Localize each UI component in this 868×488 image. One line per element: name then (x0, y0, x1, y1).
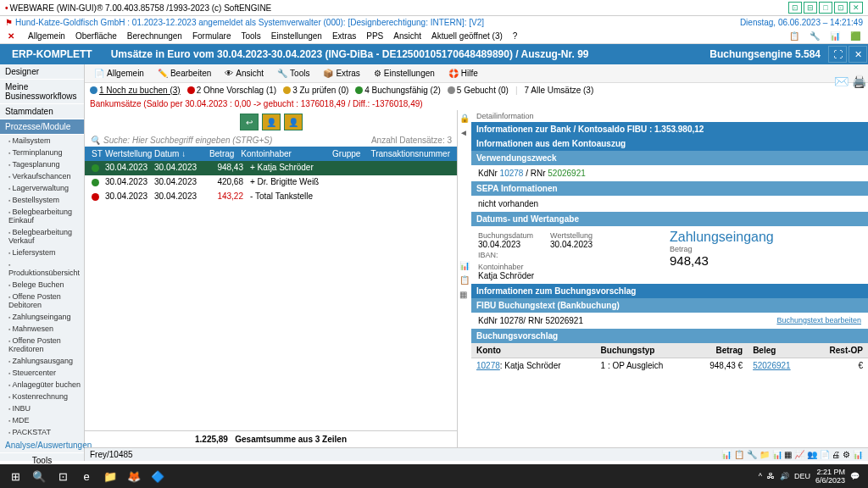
tb-extras[interactable]: 📦Extras (317, 66, 365, 80)
explorer-icon[interactable]: 📁 (98, 464, 122, 488)
search-input[interactable]: Suche: Hier Suchbegriff eingeben (STRG+S… (103, 136, 272, 145)
sidebar-item-10[interactable]: Belege Buchen (0, 279, 84, 291)
sidebar-item-20[interactable]: MDE (0, 414, 84, 426)
tray-lang[interactable]: DEU (794, 472, 810, 480)
menu-icon-3[interactable]: 📊 (826, 30, 844, 42)
sug-beleg-link[interactable]: 52026921 (753, 361, 791, 370)
tray-net-icon[interactable]: 🖧 (767, 472, 775, 480)
taskview-icon[interactable]: ⊡ (51, 464, 75, 488)
menu-tools[interactable]: Tools (236, 30, 264, 42)
sidebar-item-0[interactable]: Mailsystem (0, 135, 84, 147)
col-datum[interactable]: Datum ↓ (151, 148, 196, 159)
action-btn-3[interactable]: 👤 (284, 114, 303, 130)
sidebar-item-9[interactable]: Produktionsübersicht (0, 258, 84, 279)
filter-5[interactable]: 5 Gebucht (0) (448, 86, 509, 95)
menu-extras[interactable]: Extras (328, 30, 360, 42)
filter-1[interactable]: 1 Noch zu buchen (3) (90, 86, 181, 95)
filter-7[interactable]: 7 Alle Umsätze (3) (525, 86, 594, 95)
menu-ansicht[interactable]: Ansicht (389, 30, 426, 42)
app-icon[interactable]: 🔷 (146, 464, 170, 488)
firefox-icon[interactable]: 🦊 (122, 464, 146, 488)
sidebar-item-16[interactable]: Steuercenter (0, 367, 84, 379)
sidebar-item-12[interactable]: Zahlungseingang (0, 311, 84, 323)
win-btn-1[interactable]: ⊡ (788, 2, 802, 14)
win-btn-4[interactable]: ⊡ (834, 2, 848, 14)
filter-3[interactable]: 3 Zu prüfen (0) (283, 86, 348, 95)
edge-icon[interactable]: e (75, 464, 98, 488)
start-button[interactable]: ⊞ (3, 464, 27, 488)
col-st[interactable]: ST (88, 148, 102, 159)
side-icon-lock[interactable]: 🔒 (459, 114, 470, 123)
col-betrag[interactable]: Betrag (196, 148, 238, 159)
action-btn-2[interactable]: 👤 (262, 114, 281, 130)
sidebar-item-3[interactable]: Verkaufschancen (0, 170, 84, 182)
sidebar-item-4[interactable]: Lagerverwaltung (0, 182, 84, 194)
sidebar-item-19[interactable]: INBU (0, 402, 84, 414)
side-icon-a[interactable]: 📊 (459, 261, 470, 270)
col-gruppe[interactable]: Gruppe (329, 148, 367, 159)
grid-row-1[interactable]: 30.04.202330.04.2023420,68+ Dr. Brigitte… (85, 175, 457, 190)
sidebar-item-8[interactable]: Liefersystem (0, 247, 84, 258)
sidebar-item-17[interactable]: Anlagegüter buchen (0, 379, 84, 391)
print-icon[interactable]: 🖨️ (852, 75, 866, 88)
tray-up-icon[interactable]: ^ (759, 472, 762, 480)
filter-2[interactable]: 2 Ohne Vorschlag (1) (187, 86, 277, 95)
win-btn-3[interactable]: □ (819, 2, 832, 14)
sidebar-stammdaten[interactable]: Stammdaten (0, 104, 84, 119)
win-btn-2[interactable]: ⊟ (804, 2, 817, 14)
expand-button[interactable]: ⛶ (828, 46, 847, 63)
col-inhaber[interactable]: Kontoinhaber (237, 148, 329, 159)
sidebar-item-2[interactable]: Tagesplanung (0, 158, 84, 170)
sidebar-item-21[interactable]: PACKSTAT (0, 426, 84, 438)
sug-konto-link[interactable]: 10278 (476, 361, 500, 370)
grid-row-2[interactable]: 30.04.202330.04.2023143,22- Total Tankst… (85, 190, 457, 204)
filter-4[interactable]: 4 Buchungsfähig (2) (355, 86, 441, 95)
tb-allgemein[interactable]: 📄Allgemein (88, 66, 150, 80)
side-icon-arrow[interactable]: ◄ (459, 128, 470, 137)
tray-vol-icon[interactable]: 🔊 (780, 472, 789, 480)
sidebar-item-5[interactable]: Bestellsystem (0, 194, 84, 206)
sidebar-workflows[interactable]: Meine Businessworkflows (0, 80, 84, 104)
menu-berechnungen[interactable]: Berechnungen (123, 30, 186, 42)
detail-tab[interactable]: Detailinformation (471, 110, 868, 122)
tray-notif-icon[interactable]: 💬 (850, 472, 860, 480)
tb-tools[interactable]: 🔧Tools (271, 66, 315, 80)
sidebar-item-7[interactable]: Belegbearbeitung Verkauf (0, 226, 84, 247)
tb-hilfe[interactable]: 🛟Hilfe (442, 66, 484, 80)
sidebar-item-11[interactable]: Offene Posten Debitoren (0, 291, 84, 311)
sidebar-item-1[interactable]: Terminplanung (0, 147, 84, 158)
menu-formulare[interactable]: Formulare (188, 30, 236, 42)
menu-close-icon[interactable]: ✕ (3, 30, 19, 42)
menu-aktuell[interactable]: Aktuell geöffnet (3) (427, 30, 507, 42)
col-trans[interactable]: Transaktionsnummer (367, 148, 453, 159)
edit-buchungstext-link[interactable]: Buchungstext bearbeiten (776, 316, 861, 324)
menu-icon-1[interactable]: 📋 (785, 30, 804, 42)
sidebar-item-18[interactable]: Kostenrechnung (0, 391, 84, 402)
menu-icon-2[interactable]: 🔧 (805, 30, 824, 42)
search-taskbar-icon[interactable]: 🔍 (27, 464, 51, 488)
menu-oberflaeche[interactable]: Oberfläche (71, 30, 121, 42)
menu-help[interactable]: ? (509, 30, 522, 42)
sidebar-item-14[interactable]: Offene Posten Kreditoren (0, 335, 84, 355)
menu-einstellungen[interactable]: Einstellungen (267, 30, 326, 42)
tb-einst[interactable]: ⚙Einstellungen (368, 66, 441, 80)
tb-bearbeiten[interactable]: ✏️Bearbeiten (152, 66, 217, 80)
col-wert[interactable]: Wertstellung (102, 148, 151, 159)
side-icon-b[interactable]: 📋 (459, 275, 470, 285)
suggestion-row[interactable]: 10278: Katja Schröder 1 : OP Ausgleich 9… (471, 358, 868, 374)
menu-pps[interactable]: PPS (362, 30, 387, 42)
sidebar-item-6[interactable]: Belegbearbeitung Einkauf (0, 206, 84, 226)
sidebar-analyse[interactable]: Analyse/Auswertungen (0, 438, 84, 453)
side-icon-c[interactable]: ▦ (459, 290, 470, 299)
menu-allgemein[interactable]: Allgemein (24, 30, 70, 42)
sidebar-item-13[interactable]: Mahnwesen (0, 323, 84, 335)
menu-icon-4[interactable]: 🟩 (846, 30, 865, 42)
win-btn-5[interactable]: ✕ (849, 2, 863, 14)
sidebar-designer[interactable]: Designer (0, 64, 84, 80)
action-btn-1[interactable]: ↩ (240, 114, 259, 130)
sidebar-prozesse[interactable]: Prozesse/Module (0, 119, 84, 135)
close-button[interactable]: ✕ (849, 46, 867, 63)
tb-ansicht[interactable]: 👁Ansicht (219, 66, 270, 80)
grid-row-0[interactable]: 30.04.202330.04.2023948,43+ Katja Schröd… (85, 161, 457, 175)
mail-icon[interactable]: ✉️ (834, 75, 849, 88)
